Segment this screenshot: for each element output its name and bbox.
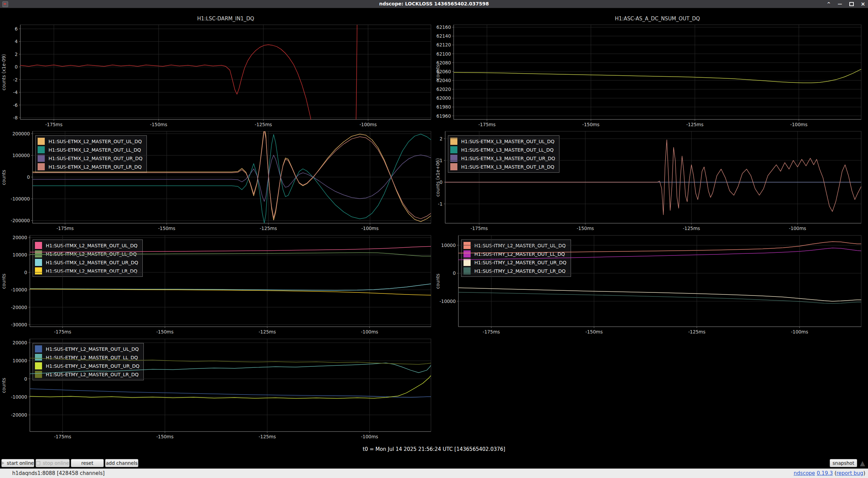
y-tick-label: -20000 [4,304,27,310]
y-tick-label: 62160 [435,24,451,30]
report-bug-link[interactable]: report bug [836,470,863,476]
y-axis-label: counts [1,241,7,322]
y-tick-label: 0 [4,269,27,275]
stop-icon [36,461,40,465]
plot-title: H1:ASC-AS_A_DC_NSUM_OUT_DQ [454,16,861,22]
y-axis-label: counts [435,32,441,113]
statusbar: h1daqnds1:8088 [428458 channels] ndscope… [0,469,868,478]
x-tick-label: -150ms [143,121,174,128]
plot-asc-as-nsum[interactable]: H1:ASC-AS_A_DC_NSUM_OUT_DQ62160621406212… [434,9,868,128]
x-tick-label: -100ms [354,434,385,440]
window-title: ndscope: LOCKLOSS 1436565402.037598 [0,0,868,8]
toolbar: start online stop online reset add chann… [0,458,868,469]
y-tick-label: -30000 [4,322,27,328]
minimize-icon[interactable]: — [838,0,842,8]
y-tick-label: 200000 [7,131,30,137]
version-info: ndscope 0.19.3 (report bug) [794,469,865,478]
maximize-icon[interactable] [849,2,854,6]
x-tick-label: -175ms [50,225,80,231]
snapshot-label: snapshot [833,460,854,466]
stop-online-label: stop online [43,460,69,466]
plot-itmy-l2[interactable]: H1:SUS-ITMY_L2_MASTER_OUT_UL_DQH1:SUS-IT… [434,233,868,337]
x-tick-label: -100ms [354,329,385,335]
x-tick-label: -100ms [784,121,814,128]
x-tick-label: -175ms [39,121,69,128]
y-axis-label: counts [1,137,7,218]
reset-label: reset [81,460,93,466]
reset-button[interactable]: reset [71,459,104,467]
plot-canvas[interactable] [434,233,868,337]
y-tick-label: 0 [7,174,30,180]
plot-canvas[interactable] [0,9,434,128]
version-link[interactable]: 0.19.3 [817,470,833,476]
plot-title: H1:LSC-DARM_IN1_DQ [20,16,431,22]
x-tick-label: -175ms [47,329,78,335]
y-tick-label: 6 [1,26,18,32]
y-tick-label: 20000 [4,234,27,241]
x-tick-label: -150ms [150,329,180,335]
server-status: h1daqnds1:8088 [428458 channels] [12,469,105,478]
play-icon [2,461,4,465]
x-tick-label: -125ms [682,329,712,335]
x-tick-label: -100ms [353,121,383,128]
t0-label: t0 = Mon Jul 14 2025 21:56:24 UTC [14365… [0,446,868,452]
y-axis-label: counts [1,345,7,426]
y-tick-label: 100000 [7,152,30,158]
x-tick-label: -175ms [472,121,502,128]
stop-online-button[interactable]: stop online [36,459,70,467]
x-tick-label: -125ms [253,225,283,231]
ndscope-window: ndscope: LOCKLOSS 1436565402.037598 ^ — … [0,0,868,478]
titlebar: ndscope: LOCKLOSS 1436565402.037598 ^ — … [0,0,868,8]
start-online-label: start online [7,460,34,466]
x-tick-label: -150ms [570,225,600,231]
start-online-button[interactable]: start online [1,459,34,467]
x-tick-label: -175ms [476,329,507,335]
ndscope-link[interactable]: ndscope [794,470,815,476]
close-icon[interactable]: × [861,0,865,8]
x-tick-label: -100ms [782,225,813,231]
x-tick-label: -125ms [679,121,710,128]
y-tick-label: 20000 [4,340,27,346]
y-tick-label: -100000 [7,196,30,202]
x-tick-label: -100ms [784,329,815,335]
add-channels-button[interactable]: add channels [105,459,138,467]
y-tick-label: 61960 [435,113,451,119]
y-tick-label: 10000 [4,358,27,364]
plot-canvas[interactable] [0,128,434,233]
plot-canvas[interactable] [0,337,434,441]
y-tick-label: -10000 [4,287,27,293]
plot-canvas[interactable] [0,233,434,337]
y-axis-label: counts [435,241,441,322]
y-axis-label: counts (x1e-09) [1,32,7,113]
y-axis-label: counts (x1e+06) [435,137,441,218]
x-tick-label: -175ms [464,225,494,231]
add-channels-label: add channels [106,460,138,466]
x-tick-label: -125ms [252,329,282,335]
paren-close: ) [863,470,865,476]
shade-icon[interactable]: ^ [827,0,831,8]
plot-canvas[interactable] [434,9,868,128]
y-tick-label: -10000 [4,394,27,400]
x-tick-label: -150ms [576,121,606,128]
x-tick-label: -125ms [248,121,279,128]
x-tick-label: -150ms [579,329,609,335]
y-tick-label: -200000 [7,217,30,224]
plot-lsc-darm[interactable]: H1:LSC-DARM_IN1_DQ6420-2-4-6-8-175ms-150… [0,9,434,128]
scroll-up-icon[interactable]: ▲ [860,459,865,467]
x-tick-label: -175ms [47,434,78,440]
plot-etmx-l2[interactable]: H1:SUS-ETMX_L2_MASTER_OUT_UL_DQH1:SUS-ET… [0,128,434,233]
y-tick-label: -20000 [4,412,27,418]
x-tick-label: -100ms [355,225,385,231]
plot-itmx-l2[interactable]: H1:SUS-ITMX_L2_MASTER_OUT_UL_DQH1:SUS-IT… [0,233,434,337]
y-tick-label: -8 [1,115,18,121]
plot-canvas[interactable] [434,128,868,233]
snapshot-button[interactable]: snapshot [830,459,857,467]
x-tick-label: -150ms [152,225,182,231]
y-tick-label: 0 [4,376,27,382]
x-tick-label: -150ms [150,434,180,440]
plot-etmx-l3[interactable]: H1:SUS-ETMX_L3_MASTER_OUT_UL_DQH1:SUS-ET… [434,128,868,233]
x-tick-label: -125ms [252,434,282,440]
y-tick-label: 10000 [4,252,27,258]
plot-etmy-l2[interactable]: H1:SUS-ETMY_L2_MASTER_OUT_UL_DQH1:SUS-ET… [0,337,434,441]
x-tick-label: -125ms [676,225,707,231]
